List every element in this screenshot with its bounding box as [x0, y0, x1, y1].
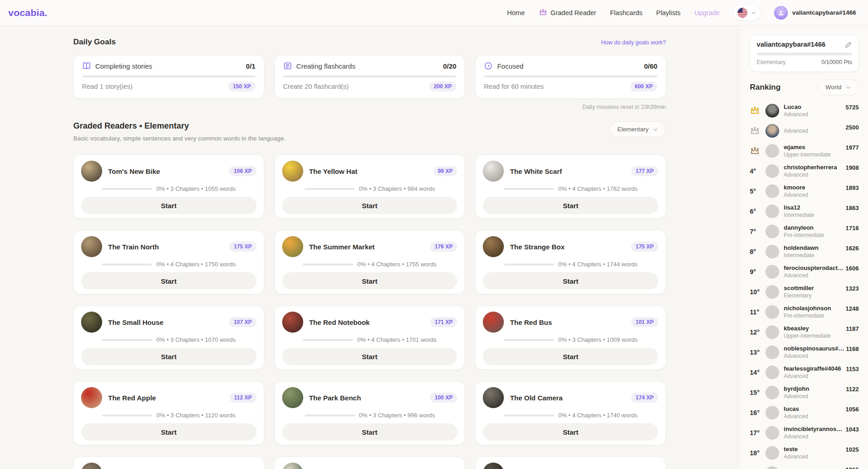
rank-username: christopherherrera [784, 164, 837, 171]
story-progress-bar [305, 415, 355, 416]
rank-avatar [765, 345, 779, 359]
story-card[interactable]: Start [274, 457, 465, 469]
rank-avatar [765, 285, 779, 299]
ranking-scope-value: World [825, 84, 841, 91]
nav-item-graded-reader[interactable]: Graded Reader [539, 8, 596, 17]
story-title: The Red Notebook [309, 318, 370, 326]
story-title: The Red Apple [108, 394, 156, 402]
story-card[interactable]: The Strange Box 175 XP 0% • 4 Chapters •… [475, 230, 666, 294]
story-xp-badge: 107 XP [229, 317, 256, 327]
rank-points: 1248 [846, 302, 859, 312]
nav-item-label: Flashcards [610, 9, 643, 16]
us-flag-icon [737, 8, 748, 18]
ranking-row[interactable]: 17° invincibletyrannosaur... Advanced 10… [750, 423, 859, 443]
rank-avatar [765, 325, 779, 339]
start-button[interactable]: Start [282, 348, 458, 365]
rank-username: holdendawn [784, 244, 819, 252]
edit-pencil-icon[interactable] [845, 41, 852, 48]
start-button[interactable]: Start [81, 423, 257, 441]
ranking-scope-select[interactable]: World [818, 79, 859, 95]
story-xp-badge: 175 XP [631, 242, 658, 252]
daily-goal-card: Focused 0/60 Read for 60 minutes 600 XP [475, 55, 666, 99]
story-title: The Strange Box [510, 243, 564, 251]
ranking-row[interactable]: 5° kmoore Advanced 1893 [750, 181, 859, 201]
story-card[interactable]: The Park Bench 100 XP 0% • 3 Chapters • … [274, 381, 465, 445]
ranking-row[interactable]: 7° dannyleon Pre-intermediate 1716 [750, 221, 859, 242]
ranking-row[interactable]: 19° millercrystal 1015 [750, 463, 859, 469]
user-menu[interactable]: valiantcapybara#1466 [774, 6, 856, 20]
story-image [483, 312, 504, 333]
ranking-row[interactable]: 9° ferociouspterodactyl#... Advanced 160… [750, 262, 859, 282]
story-meta: 0% • 4 Chapters • 1701 words [357, 336, 437, 343]
story-card[interactable]: The Train North 175 XP 0% • 4 Chapters •… [73, 230, 264, 294]
story-card[interactable]: The Yellow Hat 99 XP 0% • 3 Chapters • 9… [274, 155, 465, 219]
crown-icon [750, 126, 760, 136]
ranking-row[interactable]: 6° lisa12 Intermediate 1863 [750, 201, 859, 221]
ranking-row[interactable]: 8° holdendawn Intermediate 1626 [750, 242, 859, 262]
rank-level: Intermediate [784, 252, 819, 259]
story-xp-badge: 100 XP [430, 393, 457, 403]
rank-level: Advanced [784, 172, 837, 178]
goal-progress-value: 0/20 [443, 62, 456, 70]
story-meta: 0% • 3 Chapters • 984 words [359, 185, 435, 192]
brand-logo[interactable]: vocabia. [8, 7, 48, 18]
ranking-row[interactable]: 14° fearlessgiraffe#4046 Advanced 1153 [750, 362, 859, 383]
rank-number: 9° [750, 268, 756, 275]
rank-username: kbeasley [784, 325, 831, 332]
story-title: The Park Bench [309, 394, 361, 402]
story-image [81, 463, 102, 469]
start-button[interactable]: Start [282, 272, 458, 290]
start-button[interactable]: Start [282, 423, 458, 441]
story-card[interactable]: The Small House 107 XP 0% • 3 Chapters •… [73, 306, 264, 370]
story-card[interactable]: Tom's New Bike 106 XP 0% • 3 Chapters • … [73, 155, 264, 219]
story-card[interactable]: The Red Bus 101 XP 0% • 3 Chapters • 100… [475, 306, 666, 370]
crown-icon [750, 146, 760, 156]
start-button[interactable]: Start [483, 197, 658, 214]
rank-points: 1122 [846, 383, 859, 393]
ranking-row[interactable]: 13° noblespinosaurus#3320 Advanced 1168 [750, 342, 859, 362]
start-button[interactable]: Start [483, 348, 658, 365]
daily-goals-help-link[interactable]: How do daily goals work? [601, 39, 666, 46]
ranking-row[interactable]: 11° nicholasjohnson Pre-intermediate 124… [750, 302, 859, 322]
chevron-down-icon [846, 85, 851, 90]
level-select[interactable]: Elementary [610, 121, 666, 137]
language-selector[interactable] [733, 5, 760, 20]
ranking-row[interactable]: 18° teste Advanced 1025 [750, 443, 859, 463]
ranking-row[interactable]: 4° christopherherrera Advanced 1908 [750, 161, 859, 181]
ranking-row[interactable]: 10° scottmiller Elementary 1323 [750, 282, 859, 302]
rank-username: invincibletyrannosaur... [784, 426, 846, 433]
start-button[interactable]: Start [282, 197, 458, 214]
ranking-row[interactable]: 15° byrdjohn Advanced 1122 [750, 383, 859, 403]
story-card[interactable]: The Red Apple 112 XP 0% • 3 Chapters • 1… [73, 381, 264, 445]
rank-number: 8° [750, 248, 756, 255]
story-xp-badge: 171 XP [430, 317, 457, 327]
story-xp-badge: 176 XP [430, 242, 457, 252]
story-card[interactable]: The Old Camera 174 XP 0% • 4 Chapters • … [475, 381, 666, 445]
ranking-row[interactable]: wjames Upper-intermediate 1977 [750, 141, 859, 161]
nav-item-home[interactable]: Home [507, 9, 525, 16]
story-card[interactable]: Start [475, 457, 666, 469]
rank-number: 6° [750, 208, 756, 215]
nav-item-playlists[interactable]: Playlists [656, 9, 681, 16]
start-button[interactable]: Start [81, 272, 257, 290]
start-button[interactable]: Start [483, 272, 658, 290]
start-button[interactable]: Start [483, 423, 658, 441]
story-progress-bar [102, 415, 153, 416]
nav-item-flashcards[interactable]: Flashcards [610, 9, 643, 16]
nav-item-upgrade[interactable]: Upgrade [694, 9, 720, 16]
story-xp-badge: 175 XP [229, 242, 256, 252]
ranking-row[interactable]: 12° kbeasley Upper-intermediate 1187 [750, 322, 859, 342]
story-card[interactable]: The Summer Market 176 XP 0% • 4 Chapters… [274, 230, 465, 294]
ranking-row[interactable]: Advanced 2500 [750, 121, 859, 141]
ranking-row[interactable]: 16° lucas Advanced 1056 [750, 403, 859, 423]
story-card[interactable]: The White Scarf 177 XP 0% • 4 Chapters •… [475, 155, 666, 219]
goal-description: Create 20 flashcard(s) [283, 83, 349, 90]
story-card[interactable]: The Red Notebook 171 XP 0% • 4 Chapters … [274, 306, 465, 370]
start-button[interactable]: Start [81, 348, 257, 365]
story-card[interactable]: Start [73, 457, 264, 469]
ranking-row[interactable]: Lucao Advanced 5725 [750, 101, 859, 121]
rank-username: Lucao [784, 103, 808, 111]
rank-number: 5° [750, 188, 756, 195]
start-button[interactable]: Start [81, 197, 257, 214]
rank-number: 10° [750, 288, 759, 296]
